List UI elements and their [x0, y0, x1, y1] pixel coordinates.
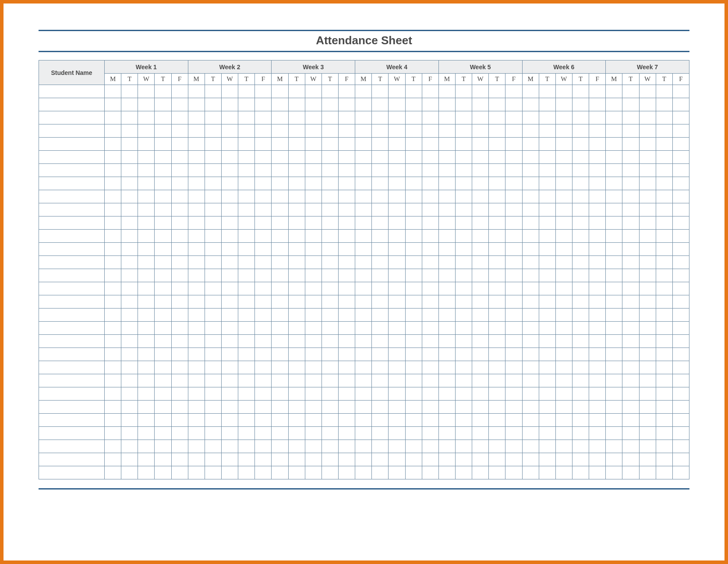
cell-attendance[interactable] — [389, 85, 405, 98]
cell-attendance[interactable] — [272, 374, 288, 387]
cell-attendance[interactable] — [105, 151, 121, 164]
cell-attendance[interactable] — [305, 309, 322, 322]
cell-attendance[interactable] — [171, 361, 188, 374]
cell-attendance[interactable] — [338, 440, 355, 453]
cell-attendance[interactable] — [105, 177, 121, 190]
cell-attendance[interactable] — [622, 124, 639, 138]
cell-attendance[interactable] — [622, 374, 639, 387]
cell-attendance[interactable] — [205, 309, 221, 322]
cell-attendance[interactable] — [322, 335, 338, 348]
cell-attendance[interactable] — [455, 124, 472, 138]
cell-attendance[interactable] — [372, 322, 389, 335]
cell-attendance[interactable] — [389, 401, 405, 414]
cell-attendance[interactable] — [572, 216, 589, 230]
cell-attendance[interactable] — [221, 111, 238, 124]
cell-attendance[interactable] — [105, 335, 121, 348]
cell-attendance[interactable] — [255, 98, 272, 111]
cell-attendance[interactable] — [138, 387, 155, 401]
cell-attendance[interactable] — [505, 427, 522, 440]
cell-attendance[interactable] — [656, 164, 672, 177]
cell-attendance[interactable] — [555, 243, 572, 256]
cell-attendance[interactable] — [589, 269, 606, 282]
cell-attendance[interactable] — [288, 98, 305, 111]
cell-attendance[interactable] — [438, 414, 455, 427]
cell-attendance[interactable] — [405, 256, 422, 269]
cell-attendance[interactable] — [622, 466, 639, 479]
cell-attendance[interactable] — [138, 466, 155, 479]
cell-attendance[interactable] — [288, 151, 305, 164]
cell-attendance[interactable] — [405, 230, 422, 243]
cell-attendance[interactable] — [138, 414, 155, 427]
cell-attendance[interactable] — [272, 190, 288, 203]
cell-attendance[interactable] — [606, 374, 622, 387]
cell-student-name[interactable] — [39, 440, 105, 453]
cell-attendance[interactable] — [472, 335, 489, 348]
cell-attendance[interactable] — [622, 164, 639, 177]
cell-student-name[interactable] — [39, 453, 105, 466]
cell-attendance[interactable] — [572, 440, 589, 453]
cell-attendance[interactable] — [138, 190, 155, 203]
cell-attendance[interactable] — [372, 466, 389, 479]
cell-attendance[interactable] — [322, 243, 338, 256]
cell-attendance[interactable] — [389, 203, 405, 216]
cell-attendance[interactable] — [372, 361, 389, 374]
cell-attendance[interactable] — [489, 322, 505, 335]
cell-attendance[interactable] — [338, 348, 355, 361]
cell-attendance[interactable] — [438, 374, 455, 387]
cell-attendance[interactable] — [572, 98, 589, 111]
cell-attendance[interactable] — [505, 230, 522, 243]
cell-attendance[interactable] — [489, 256, 505, 269]
cell-attendance[interactable] — [188, 361, 205, 374]
cell-attendance[interactable] — [355, 151, 372, 164]
cell-attendance[interactable] — [322, 414, 338, 427]
cell-attendance[interactable] — [455, 453, 472, 466]
cell-attendance[interactable] — [472, 151, 489, 164]
cell-attendance[interactable] — [322, 387, 338, 401]
cell-attendance[interactable] — [155, 269, 171, 282]
cell-attendance[interactable] — [171, 427, 188, 440]
cell-attendance[interactable] — [205, 361, 221, 374]
cell-attendance[interactable] — [121, 387, 138, 401]
cell-attendance[interactable] — [656, 453, 672, 466]
cell-attendance[interactable] — [572, 401, 589, 414]
cell-attendance[interactable] — [606, 361, 622, 374]
cell-attendance[interactable] — [639, 414, 656, 427]
cell-attendance[interactable] — [422, 98, 438, 111]
cell-attendance[interactable] — [355, 427, 372, 440]
cell-attendance[interactable] — [121, 111, 138, 124]
cell-attendance[interactable] — [338, 164, 355, 177]
cell-attendance[interactable] — [539, 151, 555, 164]
cell-attendance[interactable] — [622, 85, 639, 98]
cell-attendance[interactable] — [188, 440, 205, 453]
cell-attendance[interactable] — [639, 427, 656, 440]
cell-attendance[interactable] — [221, 374, 238, 387]
cell-attendance[interactable] — [555, 203, 572, 216]
cell-attendance[interactable] — [338, 309, 355, 322]
cell-attendance[interactable] — [305, 374, 322, 387]
cell-attendance[interactable] — [255, 85, 272, 98]
cell-attendance[interactable] — [606, 216, 622, 230]
cell-attendance[interactable] — [171, 387, 188, 401]
cell-attendance[interactable] — [572, 111, 589, 124]
cell-attendance[interactable] — [171, 138, 188, 151]
cell-attendance[interactable] — [355, 256, 372, 269]
cell-attendance[interactable] — [622, 177, 639, 190]
cell-attendance[interactable] — [121, 466, 138, 479]
cell-attendance[interactable] — [539, 335, 555, 348]
cell-attendance[interactable] — [221, 203, 238, 216]
cell-attendance[interactable] — [305, 98, 322, 111]
cell-attendance[interactable] — [472, 98, 489, 111]
cell-attendance[interactable] — [422, 85, 438, 98]
cell-attendance[interactable] — [121, 85, 138, 98]
cell-attendance[interactable] — [455, 466, 472, 479]
cell-attendance[interactable] — [539, 256, 555, 269]
cell-attendance[interactable] — [422, 466, 438, 479]
cell-attendance[interactable] — [539, 387, 555, 401]
cell-attendance[interactable] — [288, 190, 305, 203]
cell-attendance[interactable] — [455, 243, 472, 256]
cell-attendance[interactable] — [105, 387, 121, 401]
cell-attendance[interactable] — [305, 269, 322, 282]
cell-attendance[interactable] — [472, 361, 489, 374]
cell-attendance[interactable] — [288, 216, 305, 230]
cell-attendance[interactable] — [505, 309, 522, 322]
